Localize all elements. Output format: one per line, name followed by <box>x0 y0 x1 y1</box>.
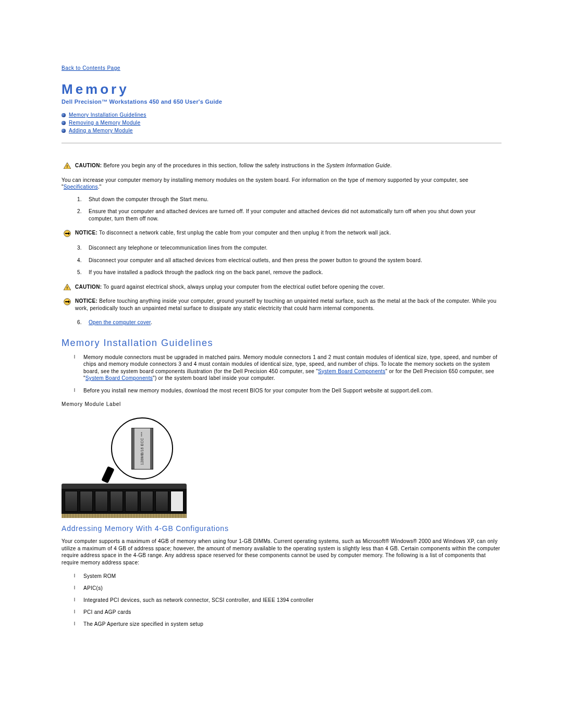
sysboard-link-650[interactable]: System Board Components <box>85 375 153 381</box>
toc-row: Removing a Memory Module <box>62 120 501 126</box>
guidelines-list: Memory module connectors must be upgrade… <box>62 354 501 394</box>
toc-link-adding[interactable]: Adding a Memory Module <box>69 128 133 133</box>
chip-label-text: 128MB/16 ECC *** <box>140 432 144 465</box>
document-page: Back to Contents Page Memory Dell Precis… <box>0 0 563 655</box>
step-item: Disconnect any telephone or telecommunic… <box>83 244 501 252</box>
components-list: System ROM APIC(s) Integrated PCI device… <box>62 573 501 627</box>
steps-part-c: Open the computer cover. <box>62 319 501 326</box>
toc-row: Memory Installation Guidelines <box>62 112 501 118</box>
dimm-module <box>62 484 187 514</box>
toc: Memory Installation Guidelines Removing … <box>62 112 501 133</box>
list-item: Before you install new memory modules, d… <box>83 387 501 394</box>
back-to-contents-link[interactable]: Back to Contents Page <box>62 65 120 71</box>
toc-row: Adding a Memory Module <box>62 128 501 133</box>
sysboard-link-450[interactable]: System Board Components <box>318 368 385 374</box>
list-item: The AGP Aperture size specified in syste… <box>83 621 501 627</box>
step-item: Shut down the computer through the Start… <box>83 196 501 203</box>
notice-icon <box>64 298 71 312</box>
list-item: Memory module connectors must be upgrade… <box>83 354 501 382</box>
bullet-icon <box>62 129 66 133</box>
list-item: System ROM <box>83 573 501 579</box>
svg-text:!: ! <box>67 286 68 290</box>
svg-text:!: ! <box>67 164 68 169</box>
section2-paragraph: Your computer supports a maximum of 4GB … <box>62 538 501 566</box>
section-heading-4gb: Addressing Memory With 4-GB Configuratio… <box>62 524 501 533</box>
notice-icon <box>64 229 71 237</box>
steps-part-a: Shut down the computer through the Start… <box>62 196 501 223</box>
caution-text: CAUTION: Before you begin any of the pro… <box>75 162 501 169</box>
intro-paragraph: You can increase your computer memory by… <box>62 177 501 191</box>
section-heading-guidelines: Memory Installation Guidelines <box>62 338 501 349</box>
step-item: Disconnect your computer and all attache… <box>83 257 501 264</box>
bullet-icon <box>62 113 66 117</box>
page-subtitle: Dell Precision™ Workstations 450 and 650… <box>62 98 501 105</box>
list-item: APIC(s) <box>83 585 501 591</box>
notice-callout: NOTICE: To disconnect a network cable, f… <box>62 229 501 237</box>
caution-callout: ! CAUTION: To guard against electrical s… <box>62 283 501 291</box>
caution-text: CAUTION: To guard against electrical sho… <box>75 283 501 291</box>
page-title: Memory <box>62 81 501 97</box>
notice-text: NOTICE: Before touching anything inside … <box>75 298 501 312</box>
step-item: Open the computer cover. <box>83 319 501 326</box>
notice-text: NOTICE: To disconnect a network cable, f… <box>75 229 501 237</box>
steps-part-b: Disconnect any telephone or telecommunic… <box>62 244 501 276</box>
memory-module-figure: 128MB/16 ECC *** <box>62 417 187 514</box>
divider <box>62 143 501 143</box>
caution-callout: ! CAUTION: Before you begin any of the p… <box>62 162 501 169</box>
toc-link-guidelines[interactable]: Memory Installation Guidelines <box>69 112 146 118</box>
magnifier-icon: 128MB/16 ECC *** <box>111 417 173 479</box>
caution-icon: ! <box>64 283 71 291</box>
step-item: Ensure that your computer and attached d… <box>83 208 501 222</box>
memory-module-label-heading: Memory Module Label <box>62 401 501 407</box>
magnifier-handle <box>101 466 114 483</box>
toc-link-removing[interactable]: Removing a Memory Module <box>69 120 140 126</box>
list-item: PCI and AGP cards <box>83 609 501 615</box>
notice-callout: NOTICE: Before touching anything inside … <box>62 298 501 312</box>
open-cover-link[interactable]: Open the computer cover <box>89 319 151 325</box>
step-item: If you have installed a padlock through … <box>83 269 501 276</box>
caution-icon: ! <box>64 162 71 169</box>
chip-closeup: 128MB/16 ECC *** <box>131 428 153 470</box>
list-item: Integrated PCI devices, such as network … <box>83 597 501 603</box>
bullet-icon <box>62 121 66 125</box>
specifications-link[interactable]: Specifications <box>64 184 98 190</box>
